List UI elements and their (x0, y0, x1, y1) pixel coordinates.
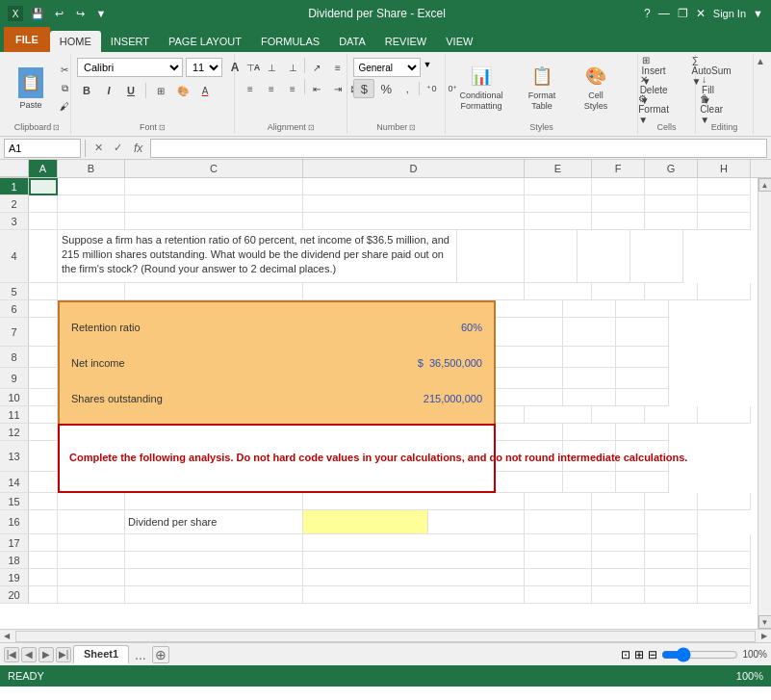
row-header-2[interactable]: 2 (0, 195, 29, 213)
row-header-9[interactable]: 9 (0, 368, 29, 389)
cell-h8[interactable] (616, 347, 669, 368)
cell-a17[interactable] (29, 534, 58, 552)
row-header-13[interactable]: 13 (0, 441, 29, 472)
cell-h10[interactable] (616, 389, 669, 406)
cell-h19[interactable] (698, 569, 751, 586)
cell-b1[interactable] (58, 178, 125, 195)
col-header-h[interactable]: H (698, 160, 751, 177)
cell-b5[interactable] (58, 283, 125, 300)
row-header-20[interactable]: 20 (0, 586, 29, 604)
cell-f10[interactable] (496, 389, 563, 406)
row-header-15[interactable]: 15 (0, 493, 29, 510)
cell-e1[interactable] (525, 178, 592, 195)
cell-g15[interactable] (645, 493, 698, 510)
cell-a13[interactable] (29, 441, 58, 472)
vertical-scrollbar[interactable]: ▲ ▼ (758, 178, 771, 629)
cell-e17[interactable] (525, 534, 592, 552)
scroll-down-button[interactable]: ▼ (758, 615, 772, 629)
cell-f9[interactable] (496, 368, 563, 389)
cell-d15[interactable] (303, 493, 525, 510)
cell-f7[interactable] (496, 318, 563, 347)
cell-g4[interactable] (578, 230, 630, 283)
cell-h14[interactable] (616, 472, 669, 493)
cell-f16[interactable] (525, 510, 592, 534)
cell-f18[interactable] (592, 552, 645, 569)
cell-b2[interactable] (58, 195, 125, 213)
cell-c16[interactable]: Dividend per share (125, 510, 303, 534)
cell-e18[interactable] (525, 552, 592, 569)
wrap-text-button[interactable]: ≡ (328, 58, 347, 77)
normal-view-button[interactable]: ⊡ (621, 648, 630, 661)
cell-g20[interactable] (645, 586, 698, 604)
cell-e3[interactable] (525, 213, 592, 230)
scroll-left-button[interactable]: ◀ (0, 630, 13, 643)
cell-g3[interactable] (645, 213, 698, 230)
formula-cancel-button[interactable]: ✕ (90, 140, 107, 157)
scroll-right-button[interactable]: ▶ (758, 630, 771, 643)
increase-indent-button[interactable]: ⇥ (328, 79, 347, 98)
number-dialog-launcher[interactable]: ⊡ (409, 123, 416, 132)
align-middle-button[interactable]: ⊥ (262, 58, 281, 77)
font-size-select[interactable]: 11 (186, 58, 222, 77)
col-header-c[interactable]: C (125, 160, 303, 177)
cell-f11[interactable] (592, 406, 645, 424)
cell-a10[interactable] (29, 389, 58, 406)
add-sheet-button[interactable]: ⊕ (152, 646, 169, 663)
decrease-indent-button[interactable]: ⇤ (307, 79, 326, 98)
cell-c5[interactable] (125, 283, 303, 300)
row-header-1[interactable]: 1 (0, 178, 29, 195)
cell-a14[interactable] (29, 472, 58, 493)
formula-confirm-button[interactable]: ✓ (109, 140, 126, 157)
alignment-dialog-launcher[interactable]: ⊡ (308, 123, 315, 132)
cell-c20[interactable] (125, 586, 303, 604)
cell-a15[interactable] (29, 493, 58, 510)
align-bottom-button[interactable]: ⊥ (283, 58, 302, 77)
undo-qat-button[interactable]: ↩ (50, 5, 67, 22)
cell-h17[interactable] (698, 534, 751, 552)
cell-a3[interactable] (29, 213, 58, 230)
cell-c17[interactable] (125, 534, 303, 552)
cell-g12[interactable] (563, 424, 616, 441)
font-dialog-launcher[interactable]: ⊡ (159, 123, 166, 132)
restore-button[interactable]: ❐ (678, 7, 688, 20)
cell-h7[interactable] (616, 318, 669, 347)
formula-input[interactable] (150, 139, 767, 158)
col-header-b[interactable]: B (58, 160, 125, 177)
scroll-up-button[interactable]: ▲ (758, 178, 772, 192)
row-header-17[interactable]: 17 (0, 534, 29, 552)
col-header-d[interactable]: D (303, 160, 525, 177)
cell-g19[interactable] (645, 569, 698, 586)
row-header-12[interactable]: 12 (0, 424, 29, 441)
borders-button[interactable]: ⊞ (151, 81, 170, 100)
cell-f19[interactable] (592, 569, 645, 586)
italic-button[interactable]: I (99, 81, 118, 100)
row-header-8[interactable]: 8 (0, 347, 29, 368)
cell-e5[interactable] (525, 283, 592, 300)
cell-g2[interactable] (645, 195, 698, 213)
font-color-button[interactable]: A (195, 81, 215, 100)
underline-button[interactable]: U (121, 81, 141, 100)
tab-home[interactable]: HOME (50, 31, 101, 52)
cell-a18[interactable] (29, 552, 58, 569)
row-header-4[interactable]: 4 (0, 230, 29, 283)
row-header-11[interactable]: 11 (0, 406, 29, 424)
horizontal-scrollbar[interactable]: ◀ ▶ (0, 629, 771, 642)
cell-a12[interactable] (29, 424, 58, 441)
cell-g11[interactable] (645, 406, 698, 424)
cell-f2[interactable] (592, 195, 645, 213)
font-family-select[interactable]: Calibri (77, 58, 183, 77)
align-top-button[interactable]: ⊤ (241, 58, 260, 77)
tab-insert[interactable]: INSERT (101, 31, 159, 52)
sheet-tab-sheet1[interactable]: Sheet1 (73, 645, 129, 664)
tab-view[interactable]: VIEW (436, 31, 482, 52)
row-header-6[interactable]: 6 (0, 300, 29, 318)
cell-c18[interactable] (125, 552, 303, 569)
cell-g14[interactable] (563, 472, 616, 493)
comma-button[interactable]: , (398, 79, 417, 98)
cell-g7[interactable] (563, 318, 616, 347)
cell-h16[interactable] (645, 510, 698, 534)
cell-e16[interactable] (428, 510, 525, 534)
decrease-decimal-button[interactable]: ⁺0 (422, 79, 441, 98)
sheet-nav-next-button[interactable]: ▶ (39, 647, 54, 662)
tab-formulas[interactable]: FORMULAS (251, 31, 329, 52)
